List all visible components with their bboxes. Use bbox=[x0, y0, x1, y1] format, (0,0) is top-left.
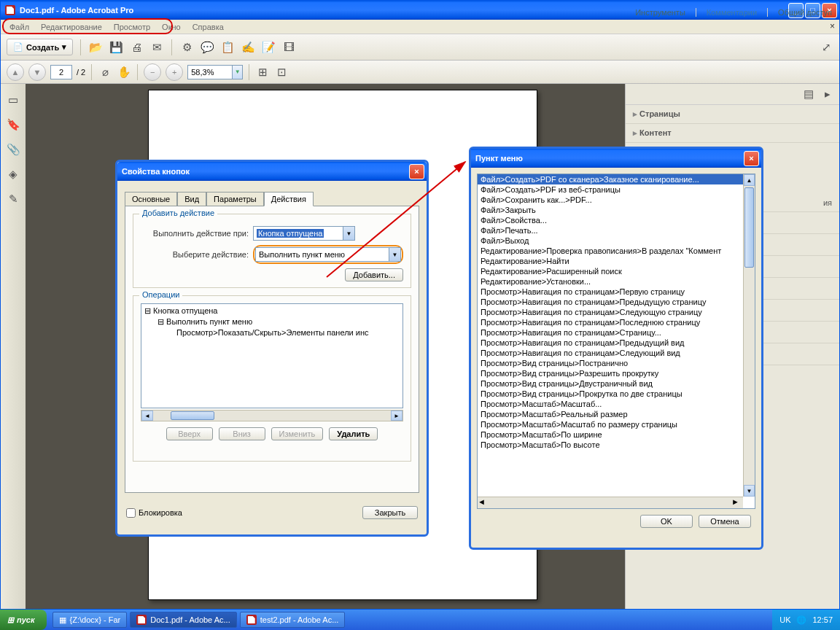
lock-checkbox[interactable]: Блокировка bbox=[126, 508, 182, 518]
thumbnails-icon[interactable]: ▭ bbox=[6, 93, 20, 107]
listbox-vscroll[interactable]: ▲ ▼ bbox=[743, 174, 755, 497]
menu-file[interactable]: Файл bbox=[4, 21, 35, 33]
listbox-hscroll[interactable]: ◄ ► bbox=[478, 497, 743, 508]
add-action-button[interactable]: Добавить... bbox=[345, 268, 403, 281]
lock-checkbox-input[interactable] bbox=[126, 508, 136, 518]
start-button[interactable]: ⊞ пуск bbox=[0, 610, 47, 630]
scroll-left-icon[interactable]: ◄ bbox=[141, 411, 153, 421]
tab-params[interactable]: Параметры bbox=[206, 192, 264, 206]
hand-tool-icon[interactable]: ✋ bbox=[117, 65, 131, 79]
stamp-icon[interactable]: 📋 bbox=[220, 40, 235, 55]
scroll-left-icon[interactable]: ◄ bbox=[478, 497, 489, 508]
page-down-button[interactable]: ▼ bbox=[28, 63, 46, 81]
list-item[interactable]: Редактирование>Расширенный поиск bbox=[478, 266, 743, 276]
list-item[interactable]: Просмотр>Вид страницы>Прокрутка по две с… bbox=[478, 389, 743, 399]
move-down-button[interactable]: Вниз bbox=[219, 427, 265, 440]
print-icon[interactable]: 🖨 bbox=[129, 40, 144, 55]
taskbar-item-test2[interactable]: test2.pdf - Adobe Ac... bbox=[240, 612, 346, 628]
taskbar-item-doc1[interactable]: Doc1.pdf - Adobe Ac... bbox=[130, 612, 236, 628]
page-up-button[interactable]: ▲ bbox=[7, 63, 24, 81]
taskbar-item-far[interactable]: ▦{Z:\docx} - Far bbox=[52, 612, 128, 628]
list-item[interactable]: Редактирование>Найти bbox=[478, 256, 743, 266]
move-up-button[interactable]: Вверх bbox=[166, 427, 213, 440]
zoom-dropdown-icon[interactable]: ▼ bbox=[233, 65, 243, 79]
list-item[interactable]: Просмотр>Вид страницы>Двустраничный вид bbox=[478, 378, 743, 389]
edit-button[interactable]: Изменить bbox=[271, 427, 324, 440]
dlg2-close-button[interactable]: × bbox=[744, 151, 759, 166]
tab-share[interactable]: Общий доступ bbox=[767, 8, 832, 17]
zoom-level[interactable]: 58,3% bbox=[187, 65, 233, 79]
list-item[interactable]: Просмотр>Масштаб>Масштаб по размеру стра… bbox=[478, 419, 743, 429]
comment-icon[interactable]: 💬 bbox=[200, 40, 214, 55]
scroll-thumb[interactable] bbox=[171, 411, 214, 420]
attachments-icon[interactable]: 📎 bbox=[6, 142, 20, 157]
action-combo[interactable]: Выполнить пункт меню ▼ bbox=[255, 247, 401, 262]
menu-edit[interactable]: Редактирование bbox=[35, 21, 108, 33]
scroll-right-icon[interactable]: ► bbox=[391, 411, 402, 421]
select-tool-icon[interactable]: ⌀ bbox=[98, 65, 112, 79]
trigger-combo[interactable]: Кнопка отпущена ▼ bbox=[253, 226, 355, 241]
list-item[interactable]: Просмотр>Навигация по страницам>Следующи… bbox=[478, 348, 743, 358]
list-item[interactable]: Просмотр>Масштаб>По высоте bbox=[478, 440, 743, 450]
layers-icon[interactable]: ◈ bbox=[6, 167, 20, 182]
menu-help[interactable]: Справка bbox=[187, 21, 230, 33]
zoom-out-button[interactable]: − bbox=[144, 63, 161, 81]
list-item[interactable]: Просмотр>Навигация по страницам>Предыдущ… bbox=[478, 338, 743, 348]
panel-pages[interactable]: Страницы bbox=[626, 105, 839, 124]
list-item[interactable]: Просмотр>Навигация по страницам>Страницу… bbox=[478, 327, 743, 338]
operations-hscroll[interactable]: ◄ ► bbox=[141, 410, 403, 421]
list-item[interactable]: Просмотр>Масштаб>По ширине bbox=[478, 429, 743, 440]
list-item[interactable]: Просмотр>Вид страницы>Постранично bbox=[478, 358, 743, 368]
list-item[interactable]: Просмотр>Навигация по страницам>Предыдущ… bbox=[478, 297, 743, 307]
tray-clock[interactable]: 12:57 bbox=[812, 615, 833, 624]
tab-tools[interactable]: Инструменты bbox=[635, 8, 685, 17]
list-item[interactable]: Файл>Создать>PDF из веб-страницы bbox=[478, 184, 743, 195]
list-item[interactable]: Просмотр>Навигация по страницам>Следующу… bbox=[478, 307, 743, 317]
list-item[interactable]: Файл>Создать>PDF со сканера>Заказное ска… bbox=[478, 174, 743, 184]
close-dialog-button[interactable]: Закрыть bbox=[362, 506, 418, 519]
list-item[interactable]: Файл>Закрыть bbox=[478, 205, 743, 215]
panel-menu-icon[interactable]: ▤ bbox=[801, 87, 816, 101]
list-item[interactable]: Просмотр>Масштаб>Масштаб... bbox=[478, 399, 743, 409]
signatures-icon[interactable]: ✎ bbox=[6, 192, 20, 206]
tab-comments[interactable]: Комментарии bbox=[696, 8, 757, 17]
tab-view[interactable]: Вид bbox=[177, 192, 206, 206]
list-item[interactable]: Файл>Свойства... bbox=[478, 215, 743, 225]
cancel-button[interactable]: Отмена bbox=[699, 515, 751, 528]
gear-icon[interactable]: ⚙ bbox=[179, 40, 194, 55]
panel-collapse-icon[interactable]: ▸ bbox=[820, 87, 835, 101]
list-item[interactable]: Файл>Печать... bbox=[478, 225, 743, 236]
tab-main[interactable]: Основные bbox=[125, 192, 177, 206]
menu-window[interactable]: Окно bbox=[156, 21, 187, 33]
open-icon[interactable]: 📂 bbox=[88, 40, 103, 55]
scroll-thumb[interactable] bbox=[744, 187, 754, 268]
ok-button[interactable]: OK bbox=[640, 515, 693, 528]
scroll-up-icon[interactable]: ▲ bbox=[744, 174, 755, 186]
fit-width-icon[interactable]: ⊞ bbox=[255, 65, 270, 79]
list-item[interactable]: Просмотр>Вид страницы>Разрешить прокрутк… bbox=[478, 368, 743, 378]
list-item[interactable]: Просмотр>Навигация по страницам>Последню… bbox=[478, 317, 743, 327]
dlg1-close-button[interactable]: × bbox=[409, 164, 424, 179]
delete-button[interactable]: Удалить bbox=[329, 427, 378, 440]
scroll-right-icon[interactable]: ► bbox=[731, 497, 743, 508]
fit-page-icon[interactable]: ⊡ bbox=[274, 65, 289, 79]
sign-icon[interactable]: ✍ bbox=[241, 40, 255, 55]
page-number-input[interactable] bbox=[50, 65, 72, 79]
list-item[interactable]: Редактирование>Проверка правописания>В р… bbox=[478, 246, 743, 256]
menu-view[interactable]: Просмотр bbox=[108, 21, 156, 33]
tray-language[interactable]: UK bbox=[779, 615, 790, 624]
list-item[interactable]: Просмотр>Масштаб>Реальный размер bbox=[478, 409, 743, 419]
zoom-in-button[interactable]: + bbox=[166, 63, 183, 81]
list-item[interactable]: Редактирование>Установки... bbox=[478, 276, 743, 287]
multimedia-icon[interactable]: 🎞 bbox=[281, 40, 296, 55]
save-icon[interactable]: 💾 bbox=[109, 40, 123, 55]
list-item[interactable]: Файл>Сохранить как...>PDF... bbox=[478, 195, 743, 205]
list-item[interactable]: Просмотр>Навигация по страницам>Первую с… bbox=[478, 287, 743, 297]
mail-icon[interactable]: ✉ bbox=[149, 40, 164, 55]
operations-tree[interactable]: ⊟ Кнопка отпущена ⊟ Выполнить пункт меню… bbox=[141, 303, 403, 408]
expand-icon[interactable]: ⤢ bbox=[819, 40, 833, 55]
list-item[interactable]: Файл>Выход bbox=[478, 236, 743, 246]
tab-actions[interactable]: Действия bbox=[264, 192, 314, 206]
menu-item-listbox[interactable]: Файл>Создать>PDF со сканера>Заказное ска… bbox=[477, 174, 755, 509]
form-icon[interactable]: 📝 bbox=[261, 40, 276, 55]
